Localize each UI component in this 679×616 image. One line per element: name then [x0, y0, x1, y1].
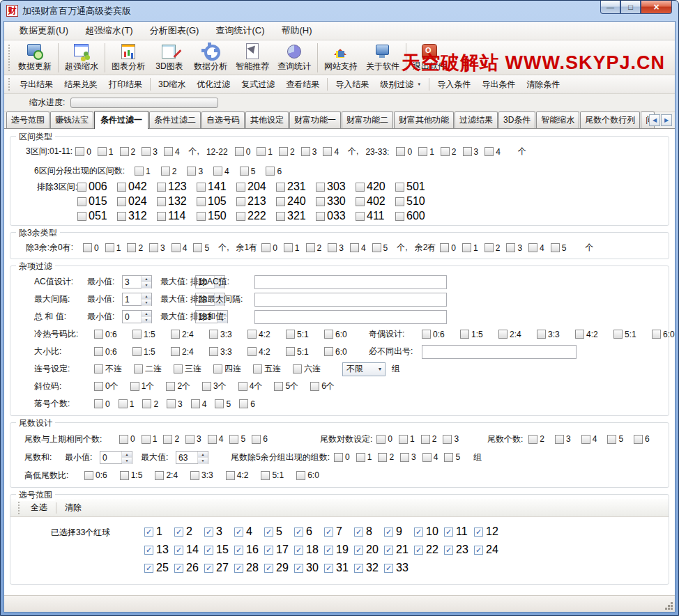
tail-sum-min-spinner[interactable]: 0▲▼ [100, 451, 132, 464]
checkbox-042[interactable]: 042 [117, 180, 157, 193]
toolbar-button-gear[interactable]: 数据分析 [190, 43, 231, 73]
checkbox-4[interactable]: 4 [323, 147, 339, 157]
checkbox-9[interactable]: ✓9 [384, 525, 414, 538]
minimize-button[interactable]: — [600, 1, 620, 14]
toolbar-button-data-update[interactable]: 数据更新 [14, 43, 56, 73]
checkbox-1[interactable]: 1 [135, 167, 151, 176]
checkbox-2:4[interactable]: 2:4 [171, 347, 197, 357]
checkbox-21[interactable]: ✓21 [384, 544, 414, 556]
checkbox-4:2[interactable]: 4:2 [226, 470, 249, 480]
checkbox-6:0[interactable]: 6:0 [296, 470, 319, 480]
checkbox-3:3[interactable]: 3:3 [209, 347, 236, 357]
checkbox-6[interactable]: 6 [634, 434, 650, 444]
checkbox-0[interactable]: 0 [334, 452, 350, 462]
toolbar-button[interactable]: 导出结果 [14, 77, 59, 93]
checkbox-11[interactable]: ✓11 [444, 525, 474, 538]
toolbar-button[interactable]: 级别过滤 [374, 77, 427, 93]
checkbox-600[interactable]: 600 [395, 210, 435, 222]
checkbox-411[interactable]: 411 [356, 210, 395, 222]
tab-财富功能一[interactable]: 财富功能一 [289, 111, 341, 128]
button-全选[interactable]: 全选 [24, 500, 54, 516]
checkbox-23[interactable]: ✓23 [444, 544, 474, 556]
checkbox-1:5[interactable]: 1:5 [120, 470, 143, 480]
tab-其他设定[interactable]: 其他设定 [245, 111, 289, 128]
checkbox-2[interactable]: 2 [142, 399, 158, 409]
menu-item[interactable]: 查询统计(C) [207, 22, 273, 40]
checkbox-五连[interactable]: 五连 [253, 363, 281, 375]
checkbox-26[interactable]: ✓26 [174, 562, 204, 574]
toolbar-button[interactable]: 清除条件 [521, 77, 565, 93]
checkbox-1[interactable]: ✓1 [144, 525, 174, 538]
toolbar-button-smart-recommend[interactable]: 智能推荐 [231, 43, 273, 73]
checkbox-024[interactable]: 024 [117, 195, 157, 208]
checkbox-1个[interactable]: 1个 [130, 380, 155, 392]
checkbox-5:1[interactable]: 5:1 [261, 470, 284, 480]
checkbox-6[interactable]: 6 [239, 399, 255, 409]
checkbox-17[interactable]: ✓17 [264, 544, 294, 556]
checkbox-15[interactable]: ✓15 [204, 544, 234, 556]
toolbar-button-about[interactable]: 关于软件 [362, 43, 404, 73]
checkbox-1[interactable]: 1 [284, 243, 300, 253]
tab-3D条件[interactable]: 3D条件 [498, 111, 535, 128]
checkbox-5[interactable]: 5 [444, 452, 460, 462]
checkbox-105[interactable]: 105 [197, 195, 236, 208]
tail-sum-max-spinner[interactable]: 63▲▼ [176, 451, 208, 464]
checkbox-30[interactable]: ✓30 [294, 562, 324, 574]
checkbox-32[interactable]: ✓32 [354, 562, 384, 574]
tab-财富其他功能[interactable]: 财富其他功能 [394, 111, 454, 128]
checkbox-三连[interactable]: 三连 [174, 363, 201, 375]
checkbox-5:1[interactable]: 5:1 [286, 347, 312, 357]
toolbar-button[interactable]: 导入条件 [432, 77, 476, 93]
button-清除[interactable]: 清除 [58, 500, 89, 516]
spin-down-icon[interactable]: ▼ [198, 458, 208, 464]
checkbox-4[interactable]: ✓4 [234, 525, 264, 538]
checkbox-28[interactable]: ✓28 [234, 562, 264, 574]
checkbox-24[interactable]: ✓24 [474, 544, 504, 556]
checkbox-0[interactable]: 0 [261, 243, 277, 253]
checkbox-321[interactable]: 321 [276, 210, 316, 222]
checkbox-1:5[interactable]: 1:5 [132, 330, 159, 339]
exclude-ac-input[interactable] [254, 275, 447, 289]
checkbox-7[interactable]: ✓7 [324, 525, 354, 538]
checkbox-0[interactable]: 0 [235, 147, 251, 157]
checkbox-4[interactable]: 4 [581, 434, 597, 444]
checkbox-4[interactable]: 4 [528, 243, 544, 253]
checkbox-4[interactable]: 4 [171, 243, 188, 253]
checkbox-240[interactable]: 240 [276, 195, 316, 208]
checkbox-3[interactable]: ✓3 [204, 525, 234, 538]
spin-up-icon[interactable]: ▲ [122, 452, 132, 458]
spin-down-icon[interactable]: ▼ [142, 300, 151, 306]
checkbox-006[interactable]: 006 [77, 180, 117, 193]
checkbox-1:5[interactable]: 1:5 [132, 347, 159, 357]
checkbox-0:6[interactable]: 0:6 [94, 330, 121, 339]
checkbox-13[interactable]: ✓13 [144, 544, 174, 556]
checkbox-1[interactable]: 1 [119, 399, 135, 409]
checkbox-5[interactable]: 5 [193, 243, 209, 253]
checkbox-5[interactable]: 5 [229, 434, 245, 444]
checkbox-14[interactable]: ✓14 [174, 544, 204, 556]
toolbar-button[interactable]: 导出条件 [476, 77, 521, 93]
checkbox-1[interactable]: 1 [105, 243, 121, 253]
tab-scroll-left-icon[interactable]: ◀ [649, 114, 660, 126]
toolbar-button-pie[interactable]: 查询统计 [273, 43, 315, 73]
checkbox-3[interactable]: 3 [555, 434, 571, 444]
exclude-sum-input[interactable] [254, 310, 447, 324]
exclude-gap-input[interactable] [254, 293, 447, 307]
checkbox-330[interactable]: 330 [316, 195, 356, 208]
checkbox-5[interactable]: 5 [240, 167, 256, 176]
checkbox-5[interactable]: 5 [607, 434, 623, 444]
tab-赚钱法宝[interactable]: 赚钱法宝 [50, 111, 93, 128]
checkbox-2个[interactable]: 2个 [166, 380, 190, 392]
checkbox-2[interactable]: 2 [120, 147, 136, 157]
checkbox-5[interactable]: ✓5 [264, 525, 294, 538]
checkbox-204[interactable]: 204 [236, 180, 276, 193]
checkbox-1[interactable]: 1 [142, 434, 158, 444]
checkbox-2[interactable]: 2 [485, 243, 501, 253]
checkbox-22[interactable]: ✓22 [414, 544, 444, 556]
checkbox-2:4[interactable]: 2:4 [155, 470, 178, 480]
checkbox-3:3[interactable]: 3:3 [209, 330, 236, 339]
must-diff-input[interactable] [422, 345, 577, 359]
toolbar-button[interactable]: 结果兑奖 [59, 77, 103, 93]
checkbox-3[interactable]: 3 [506, 243, 522, 253]
tab-财富功能二[interactable]: 财富功能二 [342, 111, 393, 128]
